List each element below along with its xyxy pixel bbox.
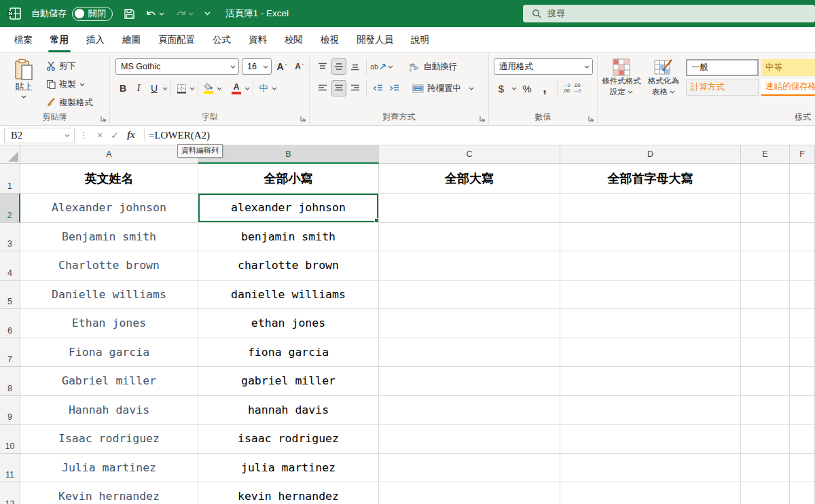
cell-D3[interactable] [560, 223, 741, 252]
number-format-select[interactable]: 通用格式 [494, 58, 593, 75]
format-as-table-button[interactable]: 格式化為 表格 [644, 58, 683, 97]
cell-B10[interactable]: isaac rodriguez [198, 425, 379, 454]
align-right-button[interactable] [348, 80, 363, 96]
cell-D9[interactable] [560, 396, 741, 425]
cell-B4[interactable]: charlotte brown [198, 251, 379, 281]
cell-E7[interactable] [741, 338, 790, 367]
row-header-11[interactable]: 11 [0, 454, 20, 483]
cell-F5[interactable] [790, 281, 815, 310]
cell-F11[interactable] [790, 454, 815, 483]
row-header-9[interactable]: 9 [0, 396, 20, 425]
borders-button[interactable] [174, 80, 189, 96]
align-middle-button[interactable] [331, 58, 346, 75]
cell-A1[interactable]: 英文姓名 [20, 164, 198, 194]
font-color-chevron-icon[interactable] [244, 87, 250, 90]
customize-qat-button[interactable] [204, 12, 211, 16]
ribbon-tab-檔案[interactable]: 檔案 [5, 27, 41, 52]
row-header-6[interactable]: 6 [0, 309, 20, 338]
font-dialog-launcher[interactable] [300, 115, 306, 122]
formula-bar-grip[interactable]: ⋮ [79, 130, 88, 140]
cell-D1[interactable]: 全部首字母大寫 [560, 164, 741, 194]
enter-button[interactable]: ✓ [107, 130, 122, 141]
row-header-4[interactable]: 4 [0, 251, 20, 281]
cell-E8[interactable] [741, 367, 790, 396]
fill-color-chevron-icon[interactable] [217, 87, 222, 90]
cell-D7[interactable] [560, 338, 741, 367]
cell-D12[interactable] [560, 482, 741, 504]
cell-style-normal[interactable]: 一般 [686, 59, 759, 76]
cell-E5[interactable] [741, 281, 790, 310]
borders-chevron-icon[interactable] [189, 87, 195, 90]
row-header-8[interactable]: 8 [0, 367, 20, 396]
cell-E12[interactable] [741, 482, 790, 504]
cell-F12[interactable] [790, 482, 815, 504]
row-header-12[interactable]: 12 [0, 482, 20, 504]
cell-C12[interactable] [379, 482, 560, 504]
ribbon-tab-開發人員[interactable]: 開發人員 [348, 27, 402, 52]
cell-D11[interactable] [560, 454, 741, 483]
cell-E2[interactable] [741, 194, 790, 223]
cell-E1[interactable] [741, 164, 790, 194]
decrease-decimal-button[interactable]: .00 →0 [573, 83, 581, 94]
phonetic-guide-button[interactable]: 中 [256, 80, 271, 96]
increase-decimal-button[interactable]: ←0 .00 [562, 83, 570, 94]
decrease-indent-button[interactable] [370, 80, 385, 96]
ribbon-tab-公式[interactable]: 公式 [204, 27, 240, 52]
cell-A6[interactable]: Ethan jones [20, 309, 198, 338]
ribbon-tab-資料[interactable]: 資料 [240, 27, 276, 52]
cell-C10[interactable] [379, 425, 560, 454]
cell-B12[interactable]: kevin hernandez [198, 482, 379, 504]
name-box[interactable]: B2 [4, 128, 75, 143]
wrap-text-button[interactable]: ab c 自動換行 [410, 61, 457, 73]
cell-C9[interactable] [379, 396, 560, 425]
row-header-10[interactable]: 10 [0, 425, 20, 454]
cell-B3[interactable]: benjamin smith [198, 223, 379, 252]
column-header-B[interactable]: B [198, 145, 379, 164]
cell-C1[interactable]: 全部大寫 [379, 164, 560, 194]
cell-F9[interactable] [790, 396, 815, 425]
underline-button[interactable]: U [147, 80, 162, 96]
increase-font-button[interactable]: Aˆ [274, 58, 289, 75]
cell-B2[interactable]: alexander johnson [198, 194, 379, 223]
bold-button[interactable]: B [115, 80, 130, 96]
cell-A8[interactable]: Gabriel miller [20, 367, 198, 396]
ribbon-tab-說明[interactable]: 說明 [402, 27, 438, 52]
merge-center-button[interactable]: 跨欄置中 [412, 83, 474, 94]
copy-button[interactable]: 複製 [46, 77, 93, 92]
alignment-dialog-launcher[interactable] [479, 115, 486, 122]
ribbon-tab-檢視[interactable]: 檢視 [312, 27, 348, 52]
underline-chevron-icon[interactable] [162, 87, 168, 90]
cancel-button[interactable]: × [92, 130, 107, 141]
search-input[interactable]: 搜尋 [523, 5, 815, 22]
row-header-1[interactable]: 1 [0, 164, 20, 194]
font-name-select[interactable]: MS Gothic [115, 58, 239, 75]
cell-E3[interactable] [741, 223, 790, 252]
currency-button[interactable]: $ [494, 80, 509, 96]
formula-input[interactable]: =LOWER(A2) [149, 130, 815, 141]
clipboard-dialog-launcher[interactable] [100, 115, 107, 122]
column-header-C[interactable]: C [379, 145, 560, 164]
undo-button[interactable] [146, 9, 164, 18]
ribbon-tab-常用[interactable]: 常用 [41, 27, 77, 52]
decrease-font-button[interactable]: Aˇ [292, 58, 307, 75]
cell-F10[interactable] [790, 425, 815, 454]
paste-button[interactable]: 貼上 [8, 58, 39, 98]
cell-C6[interactable] [379, 309, 560, 338]
row-header-7[interactable]: 7 [0, 338, 20, 367]
cell-B9[interactable]: hannah davis [198, 396, 379, 425]
align-top-button[interactable] [315, 58, 330, 75]
cell-style-neutral[interactable]: 中等 [761, 59, 815, 76]
cell-B1[interactable]: 全部小寫 [198, 164, 379, 194]
cell-style-linked-cell[interactable]: 連結的儲存格 [761, 79, 815, 96]
cell-B6[interactable]: ethan jones [198, 309, 379, 338]
cell-A12[interactable]: Kevin hernandez [20, 482, 198, 504]
column-header-E[interactable]: E [741, 145, 790, 164]
cell-C11[interactable] [379, 454, 560, 483]
orientation-chevron-icon[interactable] [388, 65, 393, 69]
cell-A9[interactable]: Hannah davis [20, 396, 198, 425]
cell-A10[interactable]: Isaac rodriguez [20, 425, 198, 454]
insert-function-button[interactable]: fx [122, 130, 140, 141]
cell-C4[interactable] [379, 251, 560, 281]
ribbon-tab-校閱[interactable]: 校閱 [276, 27, 312, 52]
row-header-5[interactable]: 5 [0, 281, 20, 310]
